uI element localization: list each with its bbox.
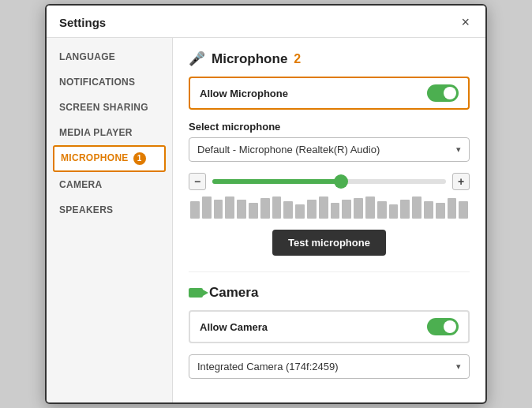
camera-select[interactable]: Integrated Camera (174f:2459) ▾ [189,354,470,379]
audio-level-bars [189,197,470,219]
microphone-section-badge: 2 [294,52,301,66]
sidebar-item-screen-sharing[interactable]: SCREEN SHARING [47,95,172,120]
allow-camera-toggle[interactable] [427,318,459,335]
microphone-badge: 1 [133,152,146,165]
allow-microphone-row: Allow Microphone [189,77,470,110]
modal-header: Settings × [47,6,485,38]
volume-slider-row: − + [189,173,470,190]
section-divider [189,271,470,272]
volume-decrease-button[interactable]: − [189,173,206,190]
select-microphone-label: Select microphone [189,121,470,133]
slider-thumb[interactable] [334,174,348,189]
allow-microphone-label: Allow Microphone [200,88,288,99]
allow-microphone-toggle[interactable] [427,84,459,102]
microphone-select[interactable]: Default - Microphone (Realtek(R) Audio) … [189,137,470,162]
sidebar: LANGUAGE NOTIFICATIONS SCREEN SHARING ME… [47,38,173,402]
sidebar-item-media-player[interactable]: MEDIA PLAYER [47,120,172,145]
allow-camera-row: Allow Camera [189,310,470,343]
settings-modal: Settings × LANGUAGE NOTIFICATIONS SCREEN… [45,4,487,404]
camera-select-value: Integrated Camera (174f:2459) [197,361,339,372]
microphone-select-value: Default - Microphone (Realtek(R) Audio) [197,144,380,155]
chevron-down-icon: ▾ [456,144,461,155]
modal-title: Settings [59,16,106,29]
sidebar-item-camera[interactable]: CAMERA [47,172,172,197]
test-microphone-button[interactable]: Test microphone [272,230,386,256]
modal-body: LANGUAGE NOTIFICATIONS SCREEN SHARING ME… [47,38,485,402]
close-button[interactable]: × [458,13,473,31]
allow-camera-label: Allow Camera [200,321,268,333]
camera-section-title: Camera [189,285,470,301]
sidebar-item-language[interactable]: LANGUAGE [47,44,172,69]
sidebar-item-notifications[interactable]: NOTIFICATIONS [47,69,172,95]
volume-slider-track[interactable] [212,179,446,184]
main-content: 🎤 Microphone 2 Allow Microphone Select m… [173,38,485,402]
chevron-down-icon: ▾ [456,361,461,372]
volume-increase-button[interactable]: + [452,173,470,190]
sidebar-item-microphone[interactable]: MICROPHONE1 [53,145,166,172]
camera-icon [189,288,203,298]
microphone-section-title: 🎤 Microphone 2 [189,51,470,67]
slider-fill [212,179,341,184]
sidebar-item-speakers[interactable]: SPEAKERS [47,197,172,223]
mic-icon: 🎤 [189,51,205,67]
